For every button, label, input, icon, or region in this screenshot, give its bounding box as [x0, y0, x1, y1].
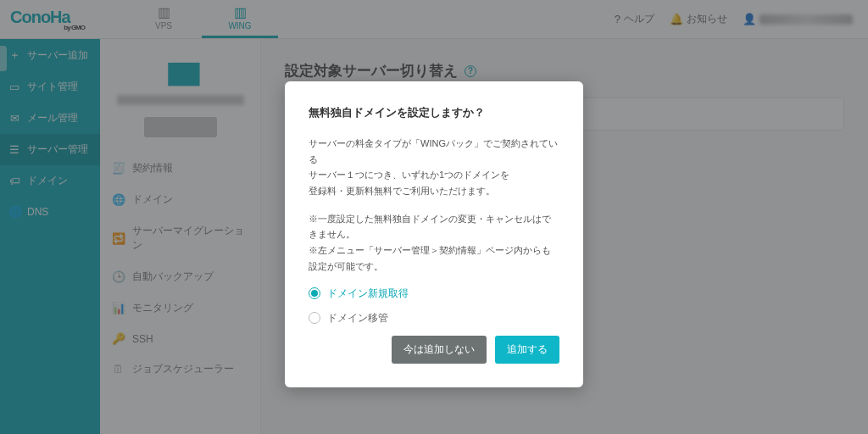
- modal-notes: ※一度設定した無料独自ドメインの変更・キャンセルはできません。 ※左メニュー「サ…: [309, 211, 559, 275]
- modal-desc-line: サーバー１つにつき、いずれか1つのドメインを: [309, 167, 559, 183]
- radio-domain-new[interactable]: ドメイン新規取得: [309, 287, 559, 301]
- radio-label: ドメイン移管: [327, 311, 388, 326]
- free-domain-modal: 無料独自ドメインを設定しますか？ サーバーの料金タイプが「WINGパック」でご契…: [285, 81, 583, 387]
- radio-domain-transfer[interactable]: ドメイン移管: [309, 311, 559, 326]
- modal-note-line: ※左メニュー「サーバー管理＞契約情報」ページ内からも設定が可能です。: [309, 242, 559, 274]
- modal-description: サーバーの料金タイプが「WINGパック」でご契約されている サーバー１つにつき、…: [309, 136, 559, 199]
- modal-title: 無料独自ドメインを設定しますか？: [309, 105, 559, 120]
- radio-label: ドメイン新規取得: [327, 287, 409, 301]
- modal-note-line: ※一度設定した無料独自ドメインの変更・キャンセルはできません。: [309, 211, 559, 242]
- radio-icon: [309, 312, 320, 324]
- modal-desc-line: サーバーの料金タイプが「WINGパック」でご契約されている: [309, 136, 559, 167]
- modal-desc-line: 登録料・更新料無料でご利用いただけます。: [309, 183, 559, 199]
- add-button[interactable]: 追加する: [495, 336, 559, 364]
- skip-button[interactable]: 今は追加しない: [392, 336, 487, 364]
- modal-actions: 今は追加しない 追加する: [309, 336, 559, 364]
- radio-icon: [309, 287, 320, 299]
